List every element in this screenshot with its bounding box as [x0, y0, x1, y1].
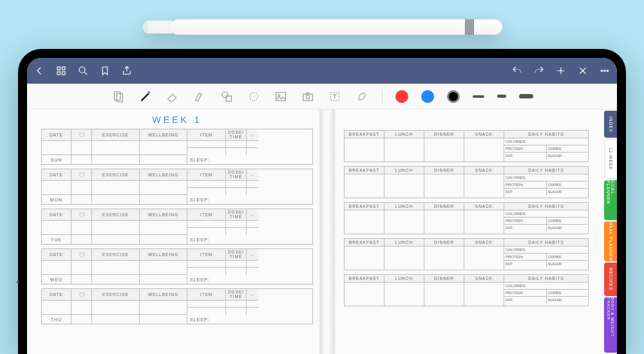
undo-icon[interactable]	[511, 65, 523, 77]
cell-date[interactable]	[42, 181, 71, 195]
cell[interactable]	[140, 275, 187, 284]
tab-goal[interactable]: GOAL PLANNER	[604, 180, 617, 220]
cell-lunch[interactable]	[384, 247, 424, 270]
cell[interactable]	[71, 315, 92, 324]
cell-lunch[interactable]	[384, 138, 424, 162]
tab-index[interactable]: INDEX	[604, 111, 617, 138]
meal-block[interactable]: BREAKFAST LUNCH DINNER SNACK DAILY HABIT…	[344, 274, 589, 306]
cell-check[interactable]	[247, 148, 258, 155]
thickness-1[interactable]	[473, 95, 484, 98]
color-swatch-red[interactable]	[395, 90, 408, 103]
share-icon[interactable]	[121, 65, 133, 77]
cell-wellbeing[interactable]	[140, 141, 187, 155]
cell-check[interactable]	[247, 261, 258, 268]
cell-item[interactable]	[187, 268, 226, 275]
more-icon[interactable]	[599, 65, 611, 77]
cell[interactable]	[92, 155, 140, 164]
cell-snack[interactable]	[464, 283, 504, 306]
nutrition-grid[interactable]: CALORIES: PROTEIN:CARBS: FAT:SUGAR:	[504, 174, 588, 198]
calories[interactable]: CALORIES:	[504, 210, 588, 217]
cell-date[interactable]	[42, 301, 71, 315]
day-block-mon[interactable]: DATE EXERCISE WELLBEING ITEM DOSE/ TIME	[41, 169, 313, 205]
cell-wellbeing[interactable]	[140, 261, 187, 275]
page-left[interactable]: WEEK 1 DATE EXERCISE WELLBEING ITEM DOSE…	[27, 109, 319, 354]
cell[interactable]	[140, 155, 187, 164]
tab-recipes[interactable]: RECIPES	[604, 263, 617, 296]
fat[interactable]: FAT:	[504, 297, 547, 303]
carbs[interactable]: CARBS:	[547, 290, 589, 296]
day-block-tue[interactable]: DATE EXERCISE WELLBEING ITEM DOSE/ TIME	[41, 209, 313, 245]
day-block-sun[interactable]: DATE EXERCISE WELLBEING ITEM DOSE/ TIME	[41, 129, 313, 165]
cell-dinner[interactable]	[424, 174, 464, 198]
carbs[interactable]: CARBS:	[547, 182, 589, 188]
meal-block[interactable]: BREAKFAST LUNCH DINNER SNACK DAILY HABIT…	[344, 238, 589, 270]
cell-item[interactable]	[187, 308, 226, 315]
cell-date[interactable]	[42, 221, 71, 235]
protein[interactable]: PROTEIN:	[504, 290, 547, 296]
page-mode-icon[interactable]	[111, 89, 126, 104]
calories[interactable]: CALORIES:	[504, 283, 588, 289]
cell-dose[interactable]	[226, 221, 247, 228]
cell-check[interactable]	[247, 268, 258, 275]
add-icon[interactable]	[555, 65, 567, 77]
nutrition-grid[interactable]: CALORIES: PROTEIN:CARBS: FAT:SUGAR:	[504, 138, 588, 162]
close-icon[interactable]	[577, 65, 589, 77]
cell-snack[interactable]	[464, 210, 504, 234]
cell-item[interactable]	[187, 181, 226, 188]
cell[interactable]	[140, 235, 187, 244]
calories[interactable]: CALORIES:	[504, 174, 588, 181]
cell-check[interactable]	[247, 301, 258, 308]
cell-item[interactable]	[187, 188, 226, 195]
cell-sleep[interactable]: SLEEP:	[187, 155, 258, 164]
grid-icon[interactable]	[55, 65, 67, 77]
highlighter-icon[interactable]	[193, 89, 207, 104]
cell[interactable]	[92, 235, 140, 244]
cell-dinner[interactable]	[424, 247, 464, 270]
fat[interactable]: FAT:	[504, 225, 547, 231]
cell-dose[interactable]	[226, 261, 247, 268]
cell-exercise[interactable]	[92, 301, 140, 315]
cell-breakfast[interactable]	[345, 283, 384, 306]
search-icon[interactable]	[77, 65, 89, 77]
tab-meal[interactable]: MEAL PLANNER	[604, 221, 617, 261]
cell-dose[interactable]	[226, 188, 247, 195]
sugar[interactable]: SUGAR:	[547, 153, 589, 159]
carbs[interactable]: CARBS:	[547, 218, 589, 224]
color-swatch-blue[interactable]	[421, 90, 434, 103]
cell-lunch[interactable]	[384, 174, 424, 198]
nutrition-grid[interactable]: CALORIES: PROTEIN:CARBS: FAT:SUGAR:	[504, 283, 588, 306]
cell-snack[interactable]	[464, 247, 504, 270]
cell-dose[interactable]	[226, 181, 247, 188]
fat[interactable]: FAT:	[504, 189, 547, 195]
carbs[interactable]: CARBS:	[547, 254, 589, 260]
eraser-icon[interactable]	[166, 89, 180, 104]
image-icon[interactable]	[274, 89, 288, 104]
cell-sleep[interactable]: SLEEP:	[187, 235, 258, 244]
cell-breakfast[interactable]	[345, 138, 384, 162]
cell-check[interactable]	[247, 181, 258, 188]
meal-block[interactable]: BREAKFAST LUNCH DINNER SNACK DAILY HABIT…	[344, 130, 589, 162]
cell[interactable]	[92, 195, 140, 204]
cell-exercise[interactable]	[92, 261, 140, 275]
sugar[interactable]: SUGAR:	[547, 189, 589, 195]
day-block-wed[interactable]: DATE EXERCISE WELLBEING ITEM DOSE/ TIME	[41, 248, 313, 284]
link-icon[interactable]	[355, 89, 369, 104]
cell-dinner[interactable]	[424, 210, 464, 234]
protein[interactable]: PROTEIN:	[504, 182, 547, 188]
protein[interactable]: PROTEIN:	[504, 218, 547, 224]
text-icon[interactable]	[328, 89, 342, 104]
sugar[interactable]: SUGAR:	[547, 225, 589, 231]
cell-lunch[interactable]	[384, 210, 424, 234]
cell-check[interactable]	[247, 221, 258, 228]
cell-wellbeing[interactable]	[140, 301, 187, 315]
protein[interactable]: PROTEIN:	[504, 145, 547, 152]
cell-heart[interactable]	[71, 221, 92, 235]
cell[interactable]	[140, 315, 187, 324]
calories[interactable]: CALORIES:	[504, 247, 588, 253]
nutrition-grid[interactable]: CALORIES: PROTEIN:CARBS: FAT:SUGAR:	[504, 210, 588, 234]
bookmark-icon[interactable]	[99, 65, 111, 77]
cell[interactable]	[92, 315, 140, 324]
carbs[interactable]: CARBS:	[547, 145, 589, 152]
cell-breakfast[interactable]	[345, 247, 384, 270]
cell-item[interactable]	[187, 261, 226, 268]
